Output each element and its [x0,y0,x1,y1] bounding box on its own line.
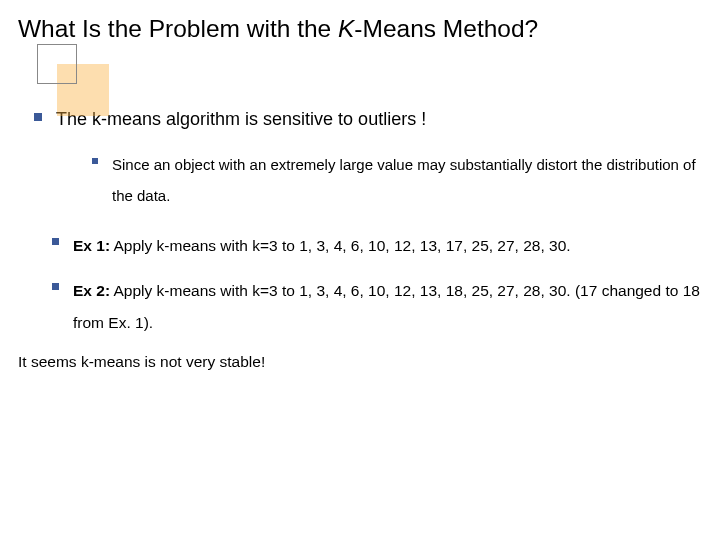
conclusion-text: It seems k-means is not very stable! [18,353,702,371]
bullet-list: The k-means algorithm is sensitive to ou… [18,105,702,371]
title-decoration [37,44,95,102]
slide-container: What Is the Problem with the K-Means Met… [0,0,720,389]
example-2-label: Ex 2: [73,282,110,299]
title-text-post: -Means Method? [354,15,538,42]
example-2-text: Ex 2: Apply k-means with k=3 to 1, 3, 4,… [73,275,702,339]
example-1-text: Ex 1: Apply k-means with k=3 to 1, 3, 4,… [73,230,571,262]
example-1-label: Ex 1: [73,237,110,254]
decor-square-outline [37,44,77,84]
bullet-icon [52,283,59,290]
slide-title: What Is the Problem with the K-Means Met… [18,14,702,43]
bullet-icon [92,158,98,164]
bullet-2-text: Since an object with an extremely large … [112,150,702,212]
bullet-icon [34,113,42,121]
bullet-1-text: The k-means algorithm is sensitive to ou… [56,105,426,134]
title-text-pre: What Is the Problem with the [18,15,338,42]
example-2-body: Apply k-means with k=3 to 1, 3, 4, 6, 10… [73,282,700,331]
title-k-italic: K [338,15,354,42]
bullet-level-2: Since an object with an extremely large … [92,150,702,212]
bullet-example-1: Ex 1: Apply k-means with k=3 to 1, 3, 4,… [52,230,702,262]
bullet-example-2: Ex 2: Apply k-means with k=3 to 1, 3, 4,… [52,275,702,339]
bullet-level-1: The k-means algorithm is sensitive to ou… [34,105,702,134]
example-1-body: Apply k-means with k=3 to 1, 3, 4, 6, 10… [110,237,571,254]
bullet-icon [52,238,59,245]
